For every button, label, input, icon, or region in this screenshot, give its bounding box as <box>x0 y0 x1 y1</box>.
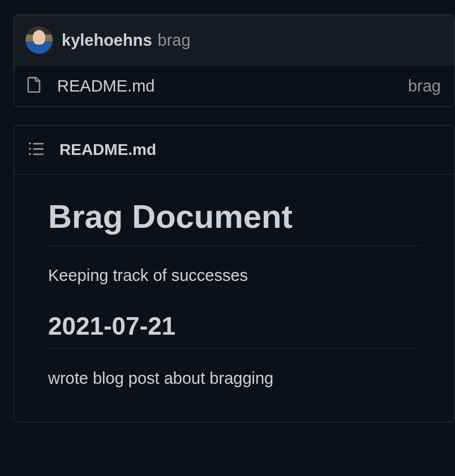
file-row-left: README.md <box>25 76 154 96</box>
commit-box: kylehoehns brag README.md brag <box>14 15 455 107</box>
readme-header: README.md <box>14 126 454 175</box>
list-icon[interactable] <box>28 140 45 159</box>
document-heading-2: 2021-07-21 <box>48 312 420 349</box>
commit-header: kylehoehns brag <box>14 15 454 65</box>
commit-author[interactable]: kylehoehns <box>62 31 152 50</box>
file-row[interactable]: README.md brag <box>14 65 454 106</box>
commit-text: kylehoehns brag <box>62 31 191 50</box>
avatar[interactable] <box>25 27 53 54</box>
file-name[interactable]: README.md <box>57 77 154 96</box>
readme-box: README.md Brag Document Keeping track of… <box>14 125 455 422</box>
document-heading-1: Brag Document <box>48 197 420 246</box>
document-intro-paragraph: Keeping track of successes <box>48 266 420 285</box>
readme-header-title: README.md <box>59 141 156 159</box>
commit-message[interactable]: brag <box>158 31 191 50</box>
file-commit-message[interactable]: brag <box>408 77 441 96</box>
readme-content: Brag Document Keeping track of successes… <box>14 175 454 422</box>
document-body-paragraph: wrote blog post about bragging <box>48 369 420 388</box>
file-icon <box>25 76 41 96</box>
avatar-head <box>33 30 45 45</box>
